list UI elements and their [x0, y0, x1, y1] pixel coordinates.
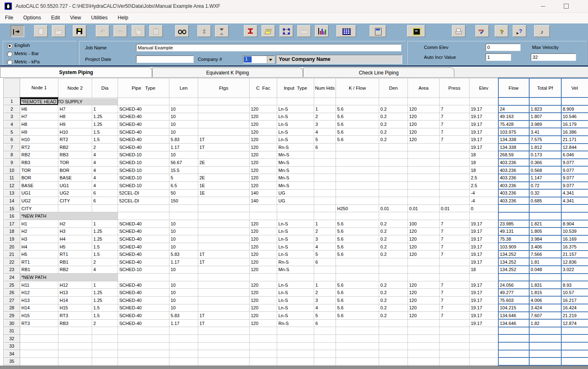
grid-cell[interactable]: TOR: [58, 159, 92, 167]
grid-cell[interactable]: SCHED-40: [118, 251, 169, 258]
grid-cell[interactable]: -4: [470, 197, 498, 205]
ruler-button[interactable]: [297, 25, 311, 37]
grid-cell[interactable]: 120: [250, 113, 277, 121]
grid-cell[interactable]: 2: [314, 113, 336, 121]
grid-cell[interactable]: SCHED-10: [118, 174, 169, 182]
row-number[interactable]: 6: [4, 136, 20, 144]
units-radio-english[interactable]: English: [7, 42, 76, 49]
grid-cell[interactable]: 120: [250, 235, 277, 243]
grid-cell[interactable]: [379, 151, 408, 159]
path-label-cell[interactable]: *NEW PATH: [20, 274, 118, 281]
grid-cell[interactable]: 134.646: [498, 312, 529, 320]
grid-cell[interactable]: [250, 97, 277, 105]
grid-cell[interactable]: UG: [277, 197, 314, 205]
grid-cell[interactable]: BOR: [20, 174, 58, 182]
grid-cell[interactable]: [408, 182, 440, 190]
grid-cell[interactable]: 0.2: [379, 105, 408, 113]
grid-cell[interactable]: 52CEL-DI: [118, 197, 169, 205]
grid-cell[interactable]: H2: [58, 220, 92, 228]
grid-cell[interactable]: TOR: [20, 166, 58, 174]
grid-cell[interactable]: 403.236: [498, 182, 529, 190]
grid-cell[interactable]: [314, 334, 336, 342]
grid-cell[interactable]: RB3: [58, 319, 92, 327]
grid-cell[interactable]: 16.217: [561, 296, 588, 304]
grid-cell[interactable]: 0.2: [379, 289, 408, 297]
grid-cell[interactable]: [92, 334, 118, 342]
grid-cell[interactable]: [198, 296, 250, 304]
grid-cell[interactable]: 18: [470, 266, 498, 274]
row-number[interactable]: 27: [4, 296, 20, 304]
new-file-button[interactable]: [34, 25, 48, 37]
grid-cell[interactable]: 120: [408, 281, 440, 289]
grid-cell[interactable]: [336, 334, 379, 342]
grid-cell[interactable]: 120: [408, 235, 440, 243]
grid-cell[interactable]: [198, 243, 250, 251]
col-header-k-flow[interactable]: K / Flow: [336, 78, 379, 97]
grid-cell[interactable]: 1.815: [529, 289, 561, 297]
grid-cell[interactable]: [198, 113, 250, 121]
grid-cell[interactable]: 7: [440, 128, 470, 136]
grid-cell[interactable]: [336, 274, 379, 281]
grid-cell[interactable]: 18: [470, 151, 498, 159]
grid-cell[interactable]: 0.568: [529, 166, 561, 174]
grid-cell[interactable]: H14: [58, 296, 92, 304]
row-number[interactable]: 18: [4, 227, 20, 235]
grid-cell[interactable]: 9.077: [561, 159, 588, 167]
grid-cell[interactable]: 9.077: [561, 174, 588, 182]
grid-cell[interactable]: 2: [92, 319, 118, 327]
row-number[interactable]: 31: [4, 327, 20, 335]
max-velocity-input[interactable]: [531, 53, 576, 61]
grid-cell[interactable]: 0.173: [529, 151, 561, 159]
grid-cell[interactable]: 120: [408, 289, 440, 297]
grid-cell[interactable]: [20, 357, 58, 365]
grid-cell[interactable]: 1.805: [529, 227, 561, 235]
grid-cell[interactable]: [408, 274, 440, 281]
grid-cell[interactable]: [379, 342, 408, 350]
grid-cell[interactable]: 19.17: [470, 136, 498, 144]
grid-cell[interactable]: 19.17: [470, 296, 498, 304]
grid-cell[interactable]: 4: [92, 174, 118, 182]
grid-cell[interactable]: [408, 357, 440, 365]
grid-cell[interactable]: [379, 327, 408, 335]
supply-grid-button[interactable]: [336, 25, 356, 37]
grid-cell[interactable]: 6: [314, 258, 336, 266]
row-number[interactable]: 34: [4, 350, 20, 358]
grid-cell[interactable]: 7: [440, 243, 470, 251]
grid-cell[interactable]: 2: [314, 289, 336, 297]
grid-cell[interactable]: 4: [92, 159, 118, 167]
grid-cell[interactable]: 5.6: [336, 136, 379, 144]
grid-cell[interactable]: Ln-S: [277, 281, 314, 289]
grid-cell[interactable]: [408, 266, 440, 274]
grid-cell[interactable]: H10: [58, 128, 92, 136]
grid-cell[interactable]: H14: [20, 304, 58, 312]
comm-elev-input[interactable]: [486, 44, 521, 51]
col-header-node-1[interactable]: Node 1: [20, 78, 58, 97]
grid-cell[interactable]: Ln-S: [277, 312, 314, 320]
grid-cell[interactable]: RB1: [58, 258, 92, 266]
col-header-num-hds[interactable]: Num Hds: [314, 78, 336, 97]
grid-cell[interactable]: UG: [277, 189, 314, 197]
tab-system-piping[interactable]: System Piping: [0, 67, 152, 77]
grid-cell[interactable]: [198, 281, 250, 289]
grid-cell[interactable]: 140: [250, 189, 277, 197]
grid-cell[interactable]: 7: [440, 105, 470, 113]
grid-cell[interactable]: UG1: [20, 189, 58, 197]
grid-cell[interactable]: [498, 350, 529, 358]
grid-cell[interactable]: [561, 334, 588, 342]
grid-cell[interactable]: [118, 97, 169, 105]
grid-cell[interactable]: [440, 327, 470, 335]
grid-cell[interactable]: [470, 212, 498, 220]
grid-cell[interactable]: Rn-S: [277, 258, 314, 266]
grid-cell[interactable]: 1E: [198, 182, 250, 190]
row-number[interactable]: 19: [4, 235, 20, 243]
grid-cell[interactable]: H12: [20, 289, 58, 297]
grid-cell[interactable]: [314, 182, 336, 190]
grid-cell[interactable]: SCHED-10: [118, 151, 169, 159]
grid-cell[interactable]: [118, 350, 169, 358]
grid-cell[interactable]: [440, 182, 470, 190]
row-number[interactable]: 21: [4, 251, 20, 258]
grid-cell[interactable]: [58, 327, 92, 335]
grid-cell[interactable]: [379, 197, 408, 205]
col-header-press[interactable]: Press: [440, 78, 470, 97]
grid-cell[interactable]: 6.046: [561, 151, 588, 159]
